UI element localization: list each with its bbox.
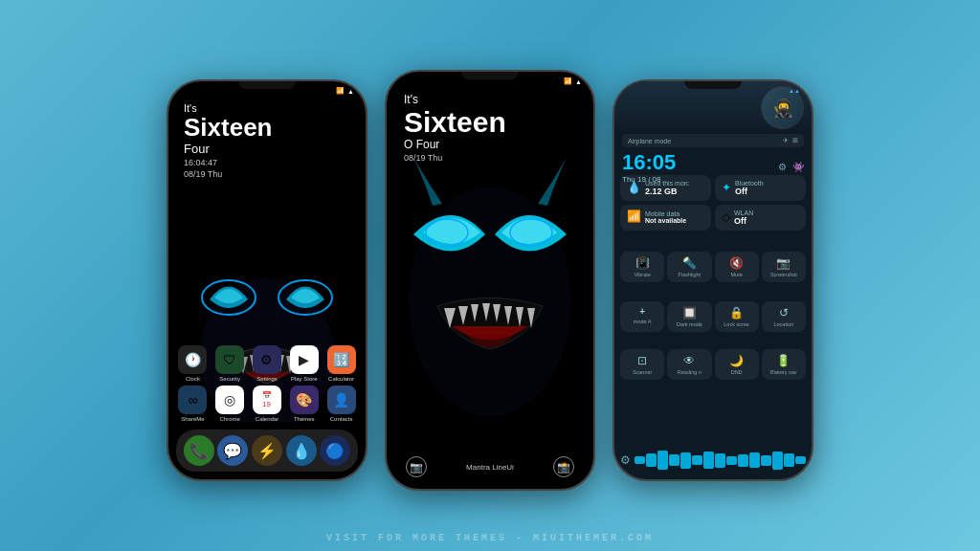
battery-icon: 🔋 [776, 354, 791, 367]
dark-mode-btn[interactable]: 🔲 Dark mode [667, 301, 711, 332]
location-icon: ↺ [779, 306, 789, 320]
dock-app4[interactable]: 💧 [286, 435, 317, 466]
game-icon[interactable]: 👾 [792, 162, 804, 172]
settings-bottom-icon[interactable]: ⚙ [620, 453, 631, 467]
mobile-data-tile[interactable]: 📶 Mobile data Not available [620, 205, 711, 231]
wlan-icon: ◇ [722, 210, 730, 224]
home-time: It's Sixteen Four 16:04:47 08/19 Thu [184, 102, 273, 179]
scanner-icon: ⊡ [637, 354, 647, 367]
venom-wallpaper-2 [394, 148, 586, 416]
lock-date: 08/19 Thu [404, 153, 506, 163]
flashlight-btn[interactable]: 🔦 Flashlight [667, 252, 711, 282]
scanner-btn[interactable]: ⊡ Scanner [620, 349, 664, 380]
app-calendar[interactable]: 📅19 Calendar [251, 386, 284, 422]
wifi-icon: ▲ [347, 88, 354, 95]
control-bottom: ⚙ [620, 451, 806, 470]
lock-photo-icon[interactable]: 📷 [406, 456, 427, 477]
dock-phone[interactable]: 📞 [184, 435, 214, 466]
data-usage-tile[interactable]: 💧 Used this mon: 2.12 GB [620, 175, 711, 201]
lockscreen-bottom: 📷 Mantra LineUi 📸 [387, 456, 593, 477]
app-calculator[interactable]: 🔢 Calculator [324, 345, 358, 382]
app-shareme[interactable]: ∞ ShareMe [176, 386, 210, 422]
four-label: Four [184, 142, 273, 156]
vibrate-btn[interactable]: 📳 Vibrate [620, 252, 664, 282]
dark-mode-icon: 🔲 [682, 306, 697, 320]
home-screen: 📶 ▲ It's Sixteen Four 16:04:47 08/19 Thu [168, 81, 366, 479]
dock-messages[interactable]: 💬 [217, 435, 248, 466]
control-screen: ▲▲ 🥷 Airplane mode ✈ ⊞ [614, 81, 812, 479]
signal-icon-2: 📶 [564, 77, 572, 85]
lock-screen: 📶 ▲ It's Sixteen O Four 08/19 Thu [387, 72, 593, 489]
control-buttons-row2: + mode A 🔲 Dark mode 🔒 Lock scree ↺ Loca… [620, 301, 806, 332]
signal-icon-3: ▲▲ [789, 88, 800, 94]
app-chrome[interactable]: ◎ Chrome [213, 386, 247, 422]
lock-branding: Mantra LineUi [466, 463, 514, 472]
main-container: 📶 ▲ It's Sixteen Four 16:04:47 08/19 Thu [0, 51, 980, 500]
location-btn[interactable]: ↺ Location [762, 301, 806, 332]
time-value: 16:04:47 [184, 158, 273, 167]
airplane-icons: ✈ ⊞ [783, 137, 798, 144]
notch-3 [684, 81, 742, 89]
reading-icon: 👁 [683, 354, 695, 367]
dock-app5[interactable]: 🔵 [320, 435, 350, 466]
lock-ofour: O Four [404, 138, 506, 151]
lock-screen-btn[interactable]: 🔒 Lock scree [715, 301, 759, 332]
lock-time: It's Sixteen O Four 08/19 Thu [404, 93, 506, 163]
waveform [635, 451, 806, 470]
battery-btn[interactable]: 🔋 Battery sav [762, 349, 806, 380]
bluetooth-icon: ✦ [722, 181, 731, 194]
dnd-btn[interactable]: 🌙 DND [715, 349, 759, 380]
date-value: 08/19 Thu [184, 169, 273, 179]
phone-control: ▲▲ 🥷 Airplane mode ✈ ⊞ [612, 79, 813, 481]
control-quick-icons: ⚙ 👾 [778, 162, 804, 172]
app-contacts[interactable]: 👤 Contacts [324, 386, 358, 422]
lock-camera-icon[interactable]: 📸 [553, 456, 574, 477]
vibrate-icon: 📳 [635, 256, 650, 270]
control-time: 16:05 [622, 150, 676, 175]
lock-its: It's [404, 93, 506, 106]
data-icon: 💧 [627, 181, 641, 194]
phone-lock: 📶 ▲ It's Sixteen O Four 08/19 Thu [385, 70, 595, 491]
app-themes[interactable]: 🎨 Themes [287, 386, 321, 422]
wlan-tile[interactable]: ◇ WLAN Off [715, 205, 806, 231]
mute-btn[interactable]: 🔇 Mute [715, 252, 759, 282]
app-playstore[interactable]: ▶ Play Store [287, 345, 321, 382]
lock-sixteen: Sixteen [404, 106, 506, 138]
screenshot-btn[interactable]: 📷 Screenshot [762, 252, 806, 282]
dock-app3[interactable]: ⚡ [252, 435, 282, 466]
phone-home: 📶 ▲ It's Sixteen Four 16:04:47 08/19 Thu [167, 79, 368, 481]
notch-2 [461, 72, 519, 79]
mute-icon: 🔇 [729, 256, 744, 270]
app-clock[interactable]: 🕐 Clock [176, 345, 210, 382]
screenshot-icon: 📷 [776, 256, 791, 270]
mode-a-btn[interactable]: + mode A [620, 301, 664, 332]
airplane-label: Airplane mode [628, 138, 671, 144]
control-buttons-row1: 📳 Vibrate 🔦 Flashlight 🔇 Mute 📷 Screensh… [620, 252, 806, 282]
dock: 📞 💬 ⚡ 💧 🔵 [176, 430, 358, 472]
signal-icon: 📶 [336, 87, 345, 95]
reading-btn[interactable]: 👁 Reading n [667, 349, 711, 380]
app-security[interactable]: 🛡 Security [213, 345, 247, 382]
wifi-icon-2: ▲ [575, 78, 582, 85]
app-grid-row2: ∞ ShareMe ◎ Chrome 📅19 Calendar 🎨 Themes [168, 386, 366, 422]
bluetooth-tile[interactable]: ✦ Bluetooth Off [715, 175, 806, 201]
notch-1 [238, 81, 296, 89]
settings-icon[interactable]: ⚙ [778, 162, 787, 172]
sixteen-label: Sixteen [184, 114, 273, 142]
app-settings[interactable]: ⚙ Settings [251, 345, 284, 382]
flashlight-icon: 🔦 [682, 256, 697, 270]
mobile-data-icon: 📶 [627, 209, 641, 223]
dnd-icon: 🌙 [729, 354, 744, 367]
watermark-text: VISIT FOR MORE THEMES - MIUITHEMER.COM [326, 533, 654, 543]
airplane-mode-bar[interactable]: Airplane mode ✈ ⊞ [622, 134, 804, 147]
control-tiles: 💧 Used this mon: 2.12 GB ✦ Bluetooth [620, 175, 806, 231]
lock-icon: 🔒 [729, 306, 744, 320]
control-buttons-row3: ⊡ Scanner 👁 Reading n 🌙 DND 🔋 Battery sa… [620, 349, 806, 380]
app-grid-row1: 🕐 Clock 🛡 Security ⚙ Settings ▶ Play Sto… [168, 345, 366, 382]
mode-icon: + [639, 306, 645, 317]
